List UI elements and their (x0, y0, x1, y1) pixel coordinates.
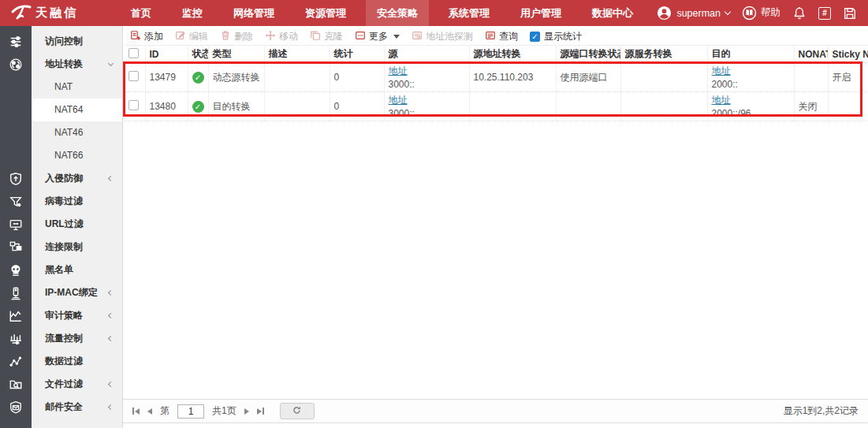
nav-right-area: superman 帮助 # (657, 6, 868, 20)
col-description: 描述 (264, 46, 330, 63)
file-filter-icon[interactable] (0, 373, 32, 396)
sidebar-item-audit-policy[interactable]: 审计策略 (32, 304, 122, 327)
audit-chart-icon[interactable] (0, 304, 32, 327)
nav-tab-monitor[interactable]: 监控 (171, 0, 214, 26)
refresh-icon (292, 405, 302, 418)
header-checkbox[interactable] (129, 48, 139, 58)
pagination-bar: 第 共1页 显示1到2,共2记录 (123, 399, 868, 423)
cell-text: 关闭 (799, 101, 818, 112)
sidebar-item-nat64[interactable]: NAT64 (32, 99, 122, 121)
page-number-input[interactable] (177, 404, 204, 419)
cell-stats: 0 (330, 92, 384, 121)
toolbar-button-label: 地址池探测 (426, 30, 473, 43)
sidebar-item-ips[interactable]: 入侵防御 (32, 167, 122, 190)
show-stats-label: 显示统计 (544, 30, 582, 43)
chevron-down-icon (108, 61, 114, 66)
notification-bell-icon[interactable] (792, 6, 807, 20)
sidebar-item-antivirus[interactable]: 病毒过滤 (32, 190, 122, 213)
skull-icon[interactable] (0, 259, 32, 281)
sidebar-item-nat-translation[interactable]: 地址转换 (32, 53, 122, 76)
virus-filter-icon[interactable] (0, 190, 32, 213)
cell-text: 目的转换 (213, 101, 251, 112)
nav-tab-resource-mgmt[interactable]: 资源管理 (294, 0, 357, 26)
hash-panel-icon[interactable]: # (818, 7, 831, 20)
sidebar-item-conn-limit[interactable]: 连接限制 (32, 236, 122, 259)
cell-text: 10.25.110.203 (474, 72, 534, 83)
first-page-button[interactable] (132, 408, 140, 415)
table-row[interactable]: 13479✓动态源转换0地址3000::10.25.110.203使用源端口地址… (125, 63, 868, 92)
cell-type: 目的转换 (208, 92, 264, 121)
cell-status: ✓ (188, 63, 208, 92)
column-label: Sticky NAT (833, 49, 868, 60)
add-icon (130, 30, 141, 43)
address-link[interactable]: 地址 (712, 94, 731, 107)
sidebar-item-blacklist[interactable]: 黑名单 (32, 259, 122, 281)
col-destination: 目的 (707, 46, 794, 63)
sidebar-item-traffic-control[interactable]: 流量控制 (32, 327, 122, 350)
more-button[interactable]: 更多 (355, 30, 400, 43)
column-label: 源地址转换 (474, 48, 521, 59)
save-panel-icon[interactable] (843, 6, 857, 20)
prev-page-button[interactable] (147, 408, 152, 415)
traffic-chart-icon[interactable] (0, 327, 32, 350)
col-status: 状态 (188, 46, 208, 63)
sidebar-item-label: 入侵防御 (45, 173, 83, 184)
cell-desc (264, 92, 330, 121)
last-page-button[interactable] (257, 408, 264, 415)
cell-type: 动态源转换 (208, 63, 264, 92)
show-stats-checkbox[interactable]: ✓显示统计 (530, 30, 582, 43)
shield-arrow-icon[interactable] (0, 167, 32, 190)
query-button[interactable]: 查询 (485, 30, 518, 43)
cell-text: 13479 (150, 72, 176, 83)
url-filter-icon[interactable] (0, 213, 32, 236)
sidebar-item-url-filter[interactable]: URL过滤 (32, 213, 122, 236)
move-icon (265, 30, 276, 43)
nav-tab-security-policy[interactable]: 安全策略 (366, 0, 429, 26)
cell-id: 13479 (145, 63, 188, 92)
sidebar-item-label: 数据过滤 (45, 355, 83, 367)
column-label: 统计 (334, 48, 353, 59)
address-link[interactable]: 地址 (389, 94, 408, 107)
mail-security-icon[interactable] (0, 396, 32, 419)
row-checkbox[interactable] (129, 100, 139, 110)
sidebar-item-label: 病毒过滤 (45, 195, 83, 207)
row-checkbox[interactable] (129, 71, 139, 81)
sidebar-item-data-filter[interactable]: 数据过滤 (32, 350, 122, 373)
address-link[interactable]: 地址 (712, 65, 731, 78)
sliders-icon[interactable] (0, 30, 32, 53)
cell-text: 开启 (833, 72, 851, 83)
nat-icon[interactable] (0, 53, 32, 76)
next-page-button[interactable] (244, 408, 249, 415)
nav-tab-data-center[interactable]: 数据中心 (581, 0, 644, 26)
help-book-icon (742, 6, 757, 20)
sidebar-item-access-control[interactable]: 访问控制 (32, 30, 122, 53)
nav-tab-user-mgmt[interactable]: 用户管理 (509, 0, 572, 26)
nav-tab-home[interactable]: 首页 (120, 0, 162, 26)
refresh-button[interactable] (280, 403, 315, 419)
data-filter-icon[interactable] (0, 350, 32, 373)
chevron-left-icon (108, 404, 114, 410)
ip-mac-icon[interactable] (0, 281, 32, 304)
column-label: 状态 (192, 48, 209, 59)
page-suffix-label: 共1页 (212, 404, 237, 418)
connection-limit-icon[interactable] (0, 236, 32, 259)
column-label: 源 (389, 48, 398, 59)
sidebar-item-mail-security[interactable]: 邮件安全 (32, 396, 122, 419)
logo-swoosh-icon (11, 3, 32, 24)
help-button[interactable]: 帮助 (742, 6, 780, 20)
address-value: 3000:: (389, 108, 465, 119)
sidebar-item-file-filter[interactable]: 文件过滤 (32, 373, 122, 396)
sidebar-item-nat46[interactable]: NAT46 (32, 121, 122, 144)
address-link[interactable]: 地址 (389, 65, 408, 78)
sidebar-item-label: 连接限制 (45, 241, 83, 252)
table-row[interactable]: 13480✓目的转换0地址3000::地址2000::/96关闭 (125, 92, 868, 121)
sidebar-item-nat66[interactable]: NAT66 (32, 144, 122, 167)
nav-tab-network-mgmt[interactable]: 网络管理 (222, 0, 285, 26)
sidebar-item-nat[interactable]: NAT (32, 76, 122, 99)
user-menu[interactable]: superman (657, 6, 730, 20)
sidebar-item-ip-mac-bind[interactable]: IP-MAC绑定 (32, 281, 122, 304)
user-name: superman (676, 8, 721, 19)
toolbar: 添加编辑删除移动克隆更多地址池探测查询✓显示统计 (123, 26, 868, 45)
add-button[interactable]: 添加 (130, 30, 163, 43)
nav-tab-system-mgmt[interactable]: 系统管理 (438, 0, 501, 26)
